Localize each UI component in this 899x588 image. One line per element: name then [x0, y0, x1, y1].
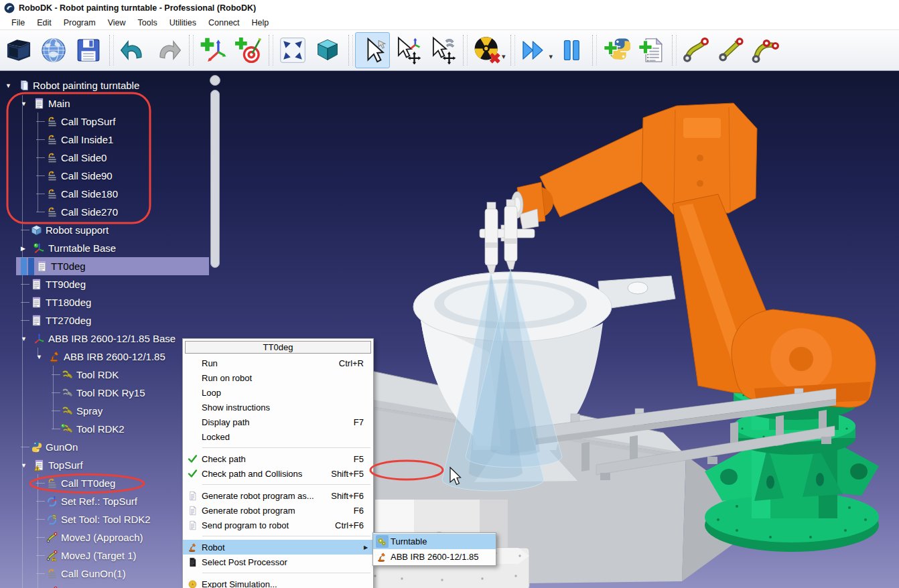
toolbar-movej-instruction-button[interactable] [679, 32, 713, 68]
toolbar-group [679, 30, 783, 70]
submenu-item-abb-irb-2600-12-1-85[interactable]: ABB IRB 2600-12/1.85 [373, 549, 496, 565]
tree-item-tt90deg[interactable]: TT90deg [0, 275, 209, 293]
toolbar-add-program-button[interactable] [634, 32, 669, 68]
tree-item-tool-rdk[interactable]: Tool RDK [0, 366, 209, 384]
add-target-icon [234, 36, 262, 64]
toolbar-add-target-button[interactable] [230, 32, 265, 68]
menu-item-export-simulation[interactable]: Export Simulation... [183, 577, 373, 588]
tree-item-tt180deg[interactable]: TT180deg [0, 293, 209, 311]
menu-item-send-program-to-robot[interactable]: Send program to robotCtrl+F6 [183, 518, 373, 532]
tree-item-blank[interactable] [0, 583, 209, 588]
tree-item-label: GunOn [46, 441, 78, 453]
toolbar-move-robot-button[interactable] [425, 32, 460, 68]
tree-item-call-side0[interactable]: Call Side0 [0, 149, 209, 167]
tree-connector [52, 374, 60, 375]
tree-item-tt270deg[interactable]: TT270deg [0, 311, 209, 329]
tree-connector [21, 320, 29, 321]
tree-item-main[interactable]: ▼Main [0, 94, 209, 113]
submenu-item-turntable[interactable]: Turntable [373, 534, 496, 549]
tree-item-tool-rdk-ry15[interactable]: Tool RDK Ry15 [0, 384, 209, 402]
menu-item-check-path-and-collisions[interactable]: Check path and CollisionsShift+F5 [183, 466, 373, 481]
toolbar-open-online-library-button[interactable] [36, 32, 71, 68]
expander-closed-icon[interactable]: ▶ [21, 245, 33, 252]
toolbar-isometric-view-button[interactable] [310, 32, 345, 68]
tree-item-label: Call TopSurf [61, 116, 115, 127]
tree-item-robot-painting-turntable[interactable]: ▼Robot painting turntable [0, 76, 209, 94]
toolbar-check-collisions-button[interactable] [470, 32, 504, 68]
tree-item-turntable-base[interactable]: ▶Turntable Base [0, 239, 209, 257]
toolbar-add-python-program-button[interactable] [599, 32, 634, 68]
tree-item-set-tool-tool-rdk2[interactable]: Set Tool: Tool RDK2 [0, 510, 209, 528]
collision-icon [473, 36, 501, 64]
tree-item-abb-irb-2600-12-1-85[interactable]: ▼ABB IRB 2600-12/1.85 [0, 348, 209, 366]
toolbar-add-reference-frame-button[interactable] [196, 32, 230, 68]
toolbar-undo-button[interactable] [116, 32, 151, 68]
submenu-item-label: Turntable [391, 536, 427, 546]
python-icon [30, 441, 46, 453]
expander-open-icon[interactable]: ▼ [21, 462, 33, 469]
toolbar-pause-simulation-button[interactable] [554, 32, 589, 68]
menu-item-show-instructions[interactable]: Show instructions [183, 400, 373, 415]
tree-item-abb-irb-2600-12-1-85-base[interactable]: ▼ABB IRB 2600-12/1.85 Base [0, 329, 209, 348]
menu-item-generate-robot-program-as[interactable]: Generate robot program as...Shift+F6 [183, 488, 373, 503]
tree-item-tt0deg[interactable]: TT0deg [16, 257, 209, 275]
tree-item-movej-target-1[interactable]: MoveJ (Target 1) [0, 546, 209, 565]
cursor-icon [358, 36, 387, 64]
toolbar-open-button[interactable] [1, 32, 36, 68]
menu-edit[interactable]: Edit [31, 17, 58, 29]
toolbar-fast-simulation-button[interactable] [517, 32, 552, 68]
tree-item-call-side270[interactable]: Call Side270 [0, 203, 209, 221]
station-tree: ▼Robot painting turntable▼MainCall TopSu… [0, 71, 209, 588]
menu-view[interactable]: View [102, 17, 132, 29]
tree-item-call-gunon-1[interactable]: Call GunOn(1) [0, 565, 209, 583]
tree-item-spray[interactable]: Spray [0, 402, 209, 420]
tree-connector [36, 175, 45, 176]
menu-item-select-post-processor[interactable]: Select Post Processor [183, 555, 373, 569]
menu-item-robot[interactable]: Robot▶ [183, 540, 373, 555]
movej-warning-icon [46, 585, 61, 588]
menu-item-display-path[interactable]: Display pathF7 [183, 415, 373, 429]
tree-connector [36, 483, 45, 484]
menu-tools[interactable]: Tools [132, 17, 163, 29]
expander-open-icon[interactable]: ▼ [5, 82, 17, 89]
toolbar-movel-instruction-button[interactable] [713, 32, 748, 68]
toolbar-movec-instruction-button[interactable] [748, 32, 783, 68]
tree-item-tool-rdk2[interactable]: Tool RDK2 [0, 420, 209, 438]
menu-utilities[interactable]: Utilities [163, 17, 202, 29]
tree-item-set-ref-topsurf[interactable]: Set Ref.: TopSurf [0, 492, 209, 510]
menu-item-loop[interactable]: Loop [183, 385, 373, 400]
tree-item-call-inside1[interactable]: Call Inside1 [0, 131, 209, 149]
tree-item-label: Robot painting turntable [33, 80, 139, 91]
menu-program[interactable]: Program [58, 17, 102, 29]
tree-item-call-topsurf[interactable]: Call TopSurf [0, 113, 209, 131]
tree-item-gunon[interactable]: GunOn [0, 438, 209, 456]
toolbar-select-button[interactable] [355, 32, 390, 68]
pause-icon [557, 36, 585, 64]
menu-help[interactable]: Help [246, 17, 275, 29]
menu-item-run[interactable]: RunCtrl+R [183, 356, 373, 370]
tree-item-topsurf[interactable]: ▼TopSurf [0, 456, 209, 474]
tree-item-call-side90[interactable]: Call Side90 [0, 167, 209, 185]
menu-item-generate-robot-program[interactable]: Generate robot programF6 [183, 503, 373, 518]
tree-item-call-side180[interactable]: Call Side180 [0, 185, 209, 203]
menu-item-check-path[interactable]: Check pathF5 [183, 451, 373, 466]
tree-connector [36, 212, 45, 212]
expander-open-icon[interactable]: ▼ [36, 354, 48, 360]
toolbar-redo-button[interactable] [151, 32, 186, 68]
tree-item-label: Spray [76, 405, 102, 417]
expander-open-icon[interactable]: ▼ [21, 336, 33, 342]
menu-connect[interactable]: Connect [202, 17, 246, 29]
tree-scrollbar-thumb[interactable] [210, 90, 220, 268]
tree-item-movej-approach[interactable]: MoveJ (Approach) [0, 528, 209, 546]
tree-scrollbar-top[interactable] [210, 75, 220, 86]
menu-file[interactable]: File [5, 17, 31, 29]
tree-item-call-tt0deg[interactable]: Call TT0deg [0, 474, 209, 492]
menu-item-locked[interactable]: Locked [183, 429, 373, 444]
tree-connector [36, 139, 45, 140]
toolbar-move-reference-button[interactable] [390, 32, 425, 68]
tree-item-robot-support[interactable]: Robot support [0, 221, 209, 239]
toolbar-fit-all-button[interactable] [275, 32, 310, 68]
menu-item-run-on-robot[interactable]: Run on robot [183, 370, 373, 385]
toolbar-save-station-button[interactable] [71, 32, 106, 68]
expander-open-icon[interactable]: ▼ [21, 100, 33, 107]
